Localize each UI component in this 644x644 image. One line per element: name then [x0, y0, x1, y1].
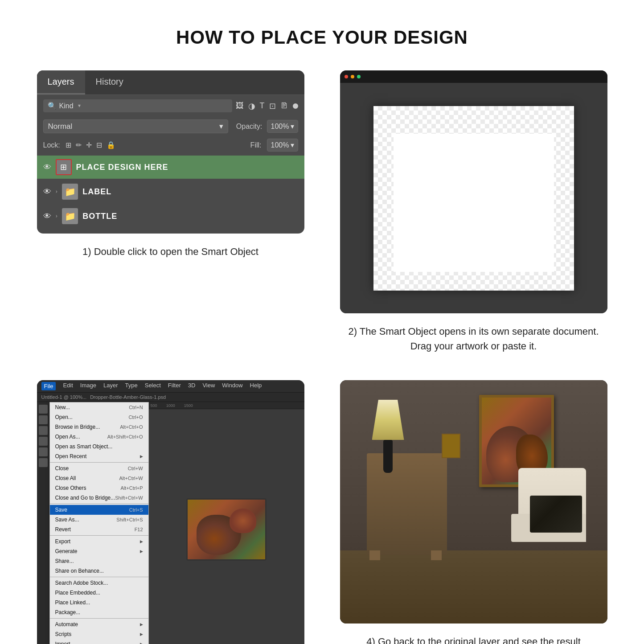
dog-head-shape: [230, 509, 256, 533]
menu-generate[interactable]: Generate: [50, 546, 148, 556]
menu-save-as[interactable]: Save As...Shift+Ctrl+S: [50, 515, 148, 525]
title-prefix: How to place: [176, 27, 332, 48]
menu-open-recent[interactable]: Open Recent: [50, 451, 148, 461]
view-menu-item[interactable]: View: [202, 382, 215, 390]
expand-icon[interactable]: ›: [56, 188, 58, 195]
filter-text-icon[interactable]: T: [260, 101, 265, 111]
menu-close[interactable]: CloseCtrl+W: [50, 464, 148, 473]
layer-row-bottle[interactable]: 👁 › 📁 BOTTLE: [37, 205, 304, 228]
layer-row-label[interactable]: 👁 › 📁 LABEL: [37, 180, 304, 203]
minimize-dot: [351, 75, 354, 78]
menu-separator-1: [50, 462, 148, 463]
menu-save[interactable]: SaveCtrl+S: [50, 505, 148, 515]
opacity-input[interactable]: 100% ▾: [267, 120, 298, 133]
layer-search-box[interactable]: 🔍 Kind ▾: [43, 99, 232, 112]
menu-separator-5: [50, 618, 148, 619]
layer-menu-item[interactable]: Layer: [103, 382, 118, 390]
lock-paint-icon[interactable]: ✏: [76, 141, 82, 149]
3d-menu-item[interactable]: 3D: [188, 382, 196, 390]
white-canvas-center: [394, 134, 554, 272]
window-menu-item[interactable]: Window: [222, 382, 242, 390]
file-menu-item[interactable]: File: [41, 382, 56, 390]
blend-mode-select[interactable]: Normal ▾: [43, 119, 228, 133]
menu-close-all[interactable]: Close AllAlt+Ctrl+W: [50, 473, 148, 483]
menu-package[interactable]: Package...: [50, 607, 148, 617]
page-title: How to place YOUR DESIGN: [176, 27, 468, 48]
menu-separator-2: [50, 504, 148, 504]
layers-panel-screenshot: Layers History 🔍 Kind ▾ 🖼 ◑ T ⊡ �: [37, 70, 304, 234]
menu-search-stock[interactable]: Search Adobe Stock...: [50, 578, 148, 588]
ps-tool-3[interactable]: [39, 426, 48, 435]
menu-place-linked[interactable]: Place Linked...: [50, 598, 148, 607]
type-menu-item[interactable]: Type: [125, 382, 138, 390]
ps-tools-sidebar: [37, 402, 49, 644]
opacity-label: Opacity:: [236, 123, 263, 131]
ps-tool-1[interactable]: [39, 405, 48, 414]
menu-share[interactable]: Share...: [50, 556, 148, 566]
filter-image-icon[interactable]: 🖼: [236, 101, 244, 111]
image-menu-item[interactable]: Image: [80, 382, 96, 390]
menu-revert[interactable]: RevertF12: [50, 525, 148, 534]
kind-label: Kind: [59, 102, 74, 110]
ps-tool-6[interactable]: [39, 458, 48, 467]
folder-thumbnail: 📁: [62, 184, 78, 200]
filter-smart-icon[interactable]: 🖹: [280, 101, 288, 111]
layer-name-place-design: PLACE DESIGN HERE: [76, 163, 168, 172]
fill-input[interactable]: 100% ▾: [267, 139, 298, 152]
ps-tool-4[interactable]: [39, 437, 48, 446]
menu-place-embedded[interactable]: Place Embedded...: [50, 588, 148, 598]
menu-open-as[interactable]: Open As...Alt+Shift+Ctrl+O: [50, 432, 148, 442]
menu-share-behance[interactable]: Share on Behance...: [50, 566, 148, 576]
filter-adjust-icon[interactable]: ◑: [248, 101, 255, 111]
menu-scripts[interactable]: Scripts: [50, 629, 148, 639]
visibility-icon[interactable]: 👁: [43, 163, 51, 172]
ps-artwork-area: [149, 409, 304, 644]
tab-history[interactable]: History: [85, 70, 134, 94]
menu-export[interactable]: Export: [50, 537, 148, 546]
lock-transparency-icon[interactable]: ⊞: [66, 141, 71, 149]
ps-tab-untitled[interactable]: Untitled-1 @ 100%...: [41, 394, 87, 400]
dog-painting-artwork: [186, 498, 267, 561]
steps-grid: Layers History 🔍 Kind ▾ 🖼 ◑ T ⊡ �: [37, 70, 607, 644]
blend-dropdown-icon: ▾: [219, 122, 223, 131]
lamp-shade: [372, 400, 404, 440]
menu-new[interactable]: New...Ctrl+N: [50, 402, 148, 412]
fill-label: Fill:: [250, 141, 262, 149]
photoshop-menubar: File Edit Image Layer Type Select Filter…: [37, 380, 304, 393]
menu-import[interactable]: Import: [50, 639, 148, 644]
step-1-caption: 1) Double click to open the Smart Object: [82, 244, 258, 259]
visibility-icon[interactable]: 👁: [43, 212, 51, 221]
expand-icon[interactable]: ›: [56, 213, 58, 220]
smart-object-thumbnail: ⊞: [56, 159, 72, 175]
filter-shape-icon[interactable]: ⊡: [269, 101, 276, 111]
lock-move-icon[interactable]: ✛: [86, 141, 92, 149]
menu-close-bridge[interactable]: Close and Go to Bridge...Shift+Ctrl+W: [50, 493, 148, 503]
menu-open-smart[interactable]: Open as Smart Object...: [50, 442, 148, 451]
help-menu-item[interactable]: Help: [250, 382, 262, 390]
lock-all-icon[interactable]: 🔒: [107, 141, 115, 149]
menu-open[interactable]: Open...Ctrl+O: [50, 412, 148, 422]
layers-tabs: Layers History: [37, 70, 304, 95]
select-menu-item[interactable]: Select: [145, 382, 161, 390]
file-dropdown-menu: New...Ctrl+N Open...Ctrl+O Browse in Bri…: [49, 402, 149, 644]
ps-tool-2[interactable]: [39, 415, 48, 424]
ps-tool-5[interactable]: [39, 447, 48, 456]
ps-tab-dropper[interactable]: Dropper-Bottle-Amber-Glass-1.psd: [90, 394, 166, 400]
visibility-icon[interactable]: 👁: [43, 187, 51, 197]
fill-arrow-icon: ▾: [291, 141, 294, 149]
canvas-area: [340, 83, 607, 313]
filter-toggle-dot[interactable]: [293, 103, 298, 109]
smart-object-document: [340, 70, 607, 313]
lock-artboard-icon[interactable]: ⊟: [96, 141, 102, 149]
filter-icons: 🖼 ◑ T ⊡ 🖹: [236, 101, 298, 111]
menu-automate[interactable]: Automate: [50, 619, 148, 629]
edit-menu-item[interactable]: Edit: [63, 382, 73, 390]
ps-ruler: 500 1000 1500: [149, 402, 304, 409]
layer-row-place-design[interactable]: 👁 ⊞ PLACE DESIGN HERE: [37, 156, 304, 179]
menu-close-others[interactable]: Close OthersAlt+Ctrl+P: [50, 483, 148, 493]
tab-layers[interactable]: Layers: [37, 70, 85, 94]
opacity-arrow-icon: ▾: [291, 122, 294, 131]
filter-menu-item[interactable]: Filter: [168, 382, 181, 390]
menu-browse[interactable]: Browse in Bridge...Alt+Ctrl+O: [50, 422, 148, 432]
search-icon: 🔍: [48, 102, 57, 110]
